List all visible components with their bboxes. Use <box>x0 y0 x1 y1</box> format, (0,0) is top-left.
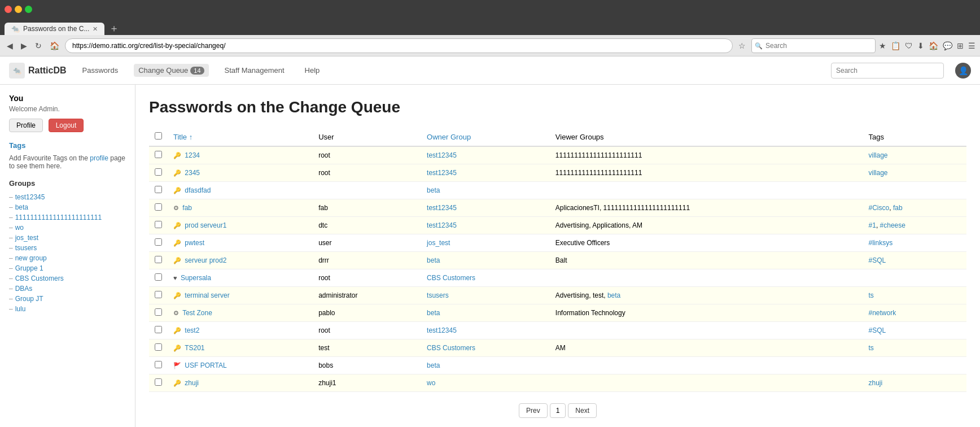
url-input[interactable] <box>65 38 733 53</box>
sidebar-group-link[interactable]: beta <box>15 203 28 211</box>
row-checkbox[interactable] <box>155 326 162 333</box>
nav-help[interactable]: Help <box>300 64 325 77</box>
back-button[interactable]: ◀ <box>5 40 15 51</box>
forward-button[interactable]: ▶ <box>19 40 29 51</box>
owner-group-link[interactable]: tsusers <box>427 291 449 299</box>
close-button[interactable] <box>5 6 12 13</box>
tag-link[interactable]: #Cisco <box>869 204 890 212</box>
sidebar-group-link[interactable]: test12345 <box>15 193 45 201</box>
row-checkbox[interactable] <box>155 238 162 246</box>
sidebar-group-link[interactable]: wo <box>15 224 24 232</box>
profile-button[interactable]: Profile <box>9 119 43 132</box>
prev-button[interactable]: Prev <box>519 403 548 418</box>
owner-group-link[interactable]: test12345 <box>427 326 457 334</box>
sidebar-group-link[interactable]: Gruppe 1 <box>15 264 43 272</box>
refresh-button[interactable]: ↻ <box>33 40 44 51</box>
row-checkbox[interactable] <box>155 378 162 386</box>
row-checkbox[interactable] <box>155 273 162 281</box>
tag-link[interactable]: #SQL <box>869 256 886 264</box>
user-avatar[interactable]: 👤 <box>955 63 971 79</box>
owner-group-link[interactable]: beta <box>427 186 440 194</box>
sidebar-group-link[interactable]: DBAs <box>15 285 33 293</box>
tag-link[interactable]: #network <box>869 309 896 317</box>
sidebar-group-link[interactable]: Group JT <box>15 295 43 303</box>
title-link[interactable]: pwtest <box>185 239 204 247</box>
col-owner-group-link[interactable]: Owner Group <box>427 133 471 141</box>
minimize-button[interactable] <box>15 6 22 13</box>
nav-passwords[interactable]: Passwords <box>78 64 123 77</box>
sidebar-group-link[interactable]: jos_test <box>15 234 38 242</box>
select-all-checkbox[interactable] <box>155 132 162 140</box>
owner-group-link[interactable]: jos_test <box>427 239 450 247</box>
tag-link[interactable]: village <box>869 169 888 177</box>
owner-group-link[interactable]: test12345 <box>427 221 457 229</box>
row-checkbox[interactable] <box>155 221 162 228</box>
owner-group-link[interactable]: wo <box>427 379 435 387</box>
row-owner-cell: beta <box>421 182 550 199</box>
col-owner-group: Owner Group <box>421 128 550 146</box>
row-checkbox[interactable] <box>155 361 162 368</box>
owner-group-link[interactable]: test12345 <box>427 151 457 159</box>
new-tab-button[interactable]: ＋ <box>104 21 124 35</box>
active-tab[interactable]: 🐀 Passwords on the C... ✕ <box>5 23 104 35</box>
title-link[interactable]: test2 <box>185 326 199 334</box>
nav-staff-management[interactable]: Staff Management <box>220 64 289 77</box>
tag-link[interactable]: ts <box>869 344 874 352</box>
row-checkbox[interactable] <box>155 343 162 351</box>
row-checkbox[interactable] <box>155 291 162 298</box>
tag-link[interactable]: zhuji <box>869 379 883 387</box>
bookmark-button[interactable]: ☆ <box>736 40 748 51</box>
title-link[interactable]: fab <box>182 204 192 212</box>
col-title-link[interactable]: Title ↑ <box>173 133 193 141</box>
sidebar-group-link[interactable]: CBS Customers <box>15 274 64 282</box>
row-checkbox[interactable] <box>155 186 162 193</box>
row-checkbox[interactable] <box>155 256 162 263</box>
tag-link[interactable]: village <box>869 151 888 159</box>
next-button[interactable]: Next <box>568 403 597 418</box>
title-link[interactable]: Test Zone <box>182 309 212 317</box>
tag-link[interactable]: #cheese <box>880 221 905 229</box>
row-checkbox[interactable] <box>155 203 162 211</box>
tag-link[interactable]: ts <box>869 291 874 299</box>
sidebar-group-link[interactable]: 11111111111111111111111 <box>15 213 102 221</box>
owner-group-link[interactable]: CBS Customers <box>427 344 475 352</box>
browser-search-input[interactable] <box>751 38 876 53</box>
maximize-button[interactable] <box>25 6 32 13</box>
title-link[interactable]: 1234 <box>185 151 200 159</box>
title-link[interactable]: terminal server <box>185 291 229 299</box>
tag-link[interactable]: #1 <box>869 221 876 229</box>
owner-group-link[interactable]: CBS Customers <box>427 274 475 282</box>
owner-group-link[interactable]: beta <box>427 361 440 369</box>
owner-group-link[interactable]: beta <box>427 256 440 264</box>
tab-close-icon[interactable]: ✕ <box>93 25 98 33</box>
owner-group-link[interactable]: test12345 <box>427 204 457 212</box>
nav-search-input[interactable] <box>831 63 944 79</box>
title-link[interactable]: Supersala <box>181 274 211 282</box>
nav-change-queue[interactable]: Change Queue14 <box>134 64 208 77</box>
main-layout: You Welcome Admin. Profile Logout Tags A… <box>0 85 980 427</box>
title-link[interactable]: dfasdfad <box>185 186 211 194</box>
title-link[interactable]: serveur prod2 <box>185 256 226 264</box>
row-checkbox[interactable] <box>155 168 162 176</box>
owner-group-link[interactable]: test12345 <box>427 169 457 177</box>
title-link[interactable]: USF PORTAL <box>185 361 226 369</box>
group-dash: – <box>9 295 13 303</box>
home-button[interactable]: 🏠 <box>47 40 62 51</box>
owner-group-link[interactable]: beta <box>427 309 440 317</box>
logout-button[interactable]: Logout <box>49 119 84 132</box>
viewer-group-link[interactable]: beta <box>607 291 620 299</box>
sidebar-group-link[interactable]: tsusers <box>15 244 37 252</box>
tags-profile-link[interactable]: profile <box>90 154 108 162</box>
title-link[interactable]: zhuji <box>185 379 199 387</box>
sidebar-group-link[interactable]: new group <box>15 254 47 262</box>
sidebar-group-link[interactable]: lulu <box>15 305 26 313</box>
row-checkbox[interactable] <box>155 151 162 158</box>
row-checkbox-cell <box>149 182 168 199</box>
tag-link[interactable]: #SQL <box>869 326 886 334</box>
tag-link[interactable]: fab <box>893 204 903 212</box>
title-link[interactable]: 2345 <box>185 169 200 177</box>
row-checkbox[interactable] <box>155 308 162 316</box>
title-link[interactable]: TS201 <box>185 344 204 352</box>
title-link[interactable]: prod serveur1 <box>185 221 226 229</box>
tag-link[interactable]: #linksys <box>869 239 893 247</box>
